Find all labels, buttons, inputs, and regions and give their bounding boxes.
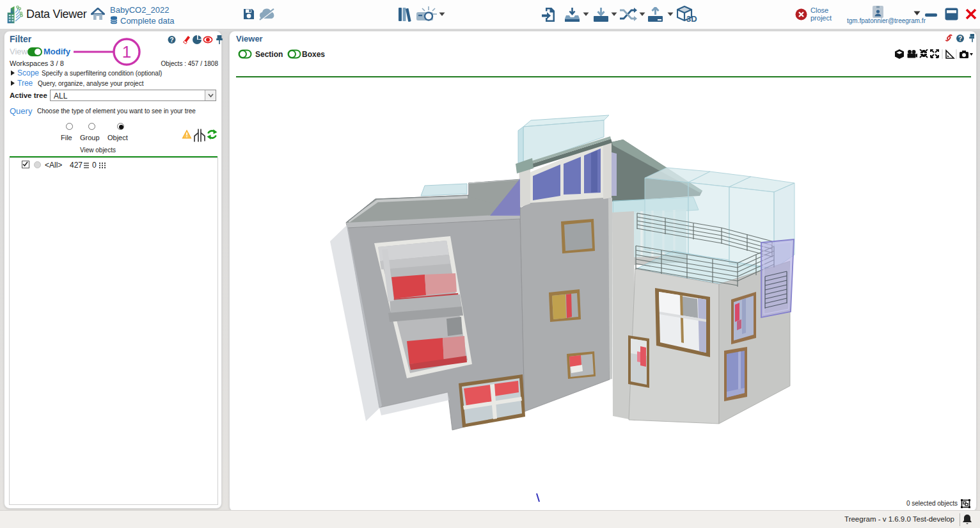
svg-text:?: ?: [170, 36, 173, 44]
svg-text:1: 1: [122, 42, 131, 61]
svg-text:?: ?: [958, 35, 962, 42]
